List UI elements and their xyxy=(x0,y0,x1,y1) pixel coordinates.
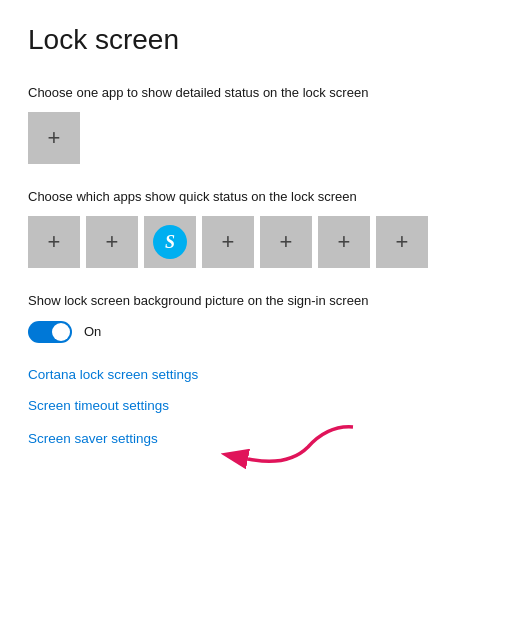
plus-icon: + xyxy=(396,229,409,255)
quick-status-section: Choose which apps show quick status on t… xyxy=(28,188,494,268)
plus-icon: + xyxy=(338,229,351,255)
arrow-indicator xyxy=(198,417,358,477)
quick-app-button-skype[interactable]: S xyxy=(144,216,196,268)
background-section: Show lock screen background picture on t… xyxy=(28,292,494,342)
timeout-link[interactable]: Screen timeout settings xyxy=(28,398,494,413)
quick-status-label: Choose which apps show quick status on t… xyxy=(28,188,494,206)
plus-icon: + xyxy=(48,125,61,151)
toggle-thumb xyxy=(52,323,70,341)
toggle-label: On xyxy=(84,324,101,339)
add-detailed-app-button[interactable]: + xyxy=(28,112,80,164)
background-toggle[interactable] xyxy=(28,321,72,343)
links-section: Cortana lock screen settings Screen time… xyxy=(28,367,494,462)
quick-status-buttons: + + S + + + + xyxy=(28,216,494,268)
skype-letter: S xyxy=(165,232,175,253)
skype-icon: S xyxy=(153,225,187,259)
cortana-link[interactable]: Cortana lock screen settings xyxy=(28,367,494,382)
lock-screen-page: Lock screen Choose one app to show detai… xyxy=(0,0,522,482)
quick-app-button-3[interactable]: + xyxy=(202,216,254,268)
plus-icon: + xyxy=(48,229,61,255)
screensaver-link[interactable]: Screen saver settings xyxy=(28,431,158,446)
detailed-status-buttons: + xyxy=(28,112,494,164)
quick-app-button-4[interactable]: + xyxy=(260,216,312,268)
quick-app-button-6[interactable]: + xyxy=(376,216,428,268)
page-title: Lock screen xyxy=(28,24,494,56)
quick-app-button-2[interactable]: + xyxy=(86,216,138,268)
plus-icon: + xyxy=(106,229,119,255)
toggle-row: On xyxy=(28,321,494,343)
quick-app-button-1[interactable]: + xyxy=(28,216,80,268)
plus-icon: + xyxy=(280,229,293,255)
detailed-status-section: Choose one app to show detailed status o… xyxy=(28,84,494,164)
background-label: Show lock screen background picture on t… xyxy=(28,292,494,310)
quick-app-button-5[interactable]: + xyxy=(318,216,370,268)
detailed-status-label: Choose one app to show detailed status o… xyxy=(28,84,494,102)
plus-icon: + xyxy=(222,229,235,255)
screensaver-link-container: Screen saver settings xyxy=(28,431,158,462)
